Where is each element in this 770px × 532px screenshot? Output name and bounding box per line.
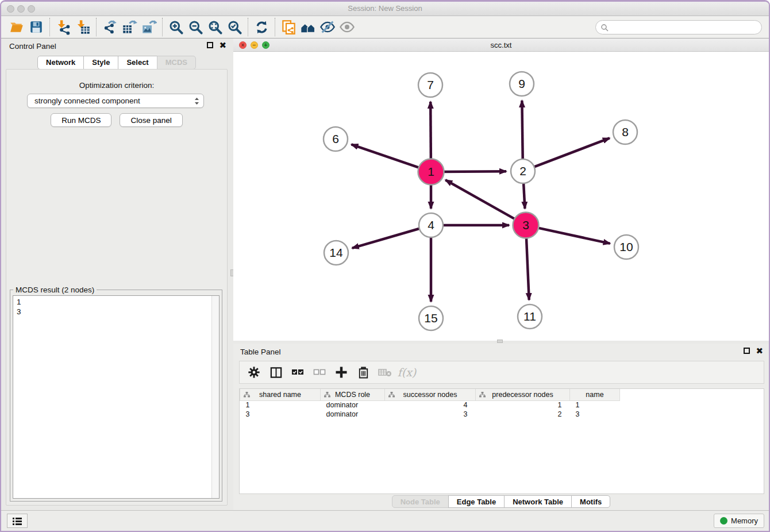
tab-network[interactable]: Network: [37, 56, 84, 70]
network-window-titlebar: × − + scc.txt: [233, 38, 769, 52]
node-label-4: 4: [428, 218, 434, 232]
optimization-label: Optimization criterion:: [6, 81, 227, 90]
edge-2-8[interactable]: [532, 138, 610, 168]
float-table-panel-icon[interactable]: [744, 348, 750, 354]
edge-3-11[interactable]: [526, 235, 529, 300]
column-header-shared-name[interactable]: shared name: [240, 389, 321, 400]
node-table: shared nameMCDS rolesuccessor nodesprede…: [239, 388, 764, 494]
table-cell[interactable]: 1: [240, 400, 321, 410]
search-icon: [600, 24, 609, 32]
add-column-icon[interactable]: [332, 363, 351, 381]
mcds-result-title: MCDS result (2 nodes): [13, 286, 97, 294]
edge-3-1[interactable]: [445, 180, 517, 220]
node-label-2: 2: [519, 164, 526, 178]
status-bar: Memory: [1, 510, 769, 531]
network-window-title: scc.txt: [233, 41, 769, 49]
zoom-selected-icon[interactable]: [225, 18, 244, 36]
table-cell[interactable]: 3: [570, 410, 620, 419]
column-header-successor-nodes[interactable]: successor nodes: [385, 389, 476, 400]
table-settings-icon[interactable]: [244, 363, 264, 381]
export-network-icon[interactable]: [100, 18, 120, 36]
tab-mcds[interactable]: MCDS: [157, 56, 196, 70]
open-file-icon[interactable]: [7, 18, 26, 36]
node-label-1: 1: [428, 165, 434, 178]
edge-2-3[interactable]: [523, 181, 525, 209]
select-all-checkboxes-icon[interactable]: [288, 363, 307, 381]
column-header-name[interactable]: name: [570, 389, 620, 400]
toolbar-separator: [96, 18, 97, 36]
optimization-select[interactable]: strongly connected component: [27, 94, 204, 108]
network-graph[interactable]: 7968124314101511: [233, 52, 769, 339]
select-stepper-icon: [194, 97, 200, 106]
control-panel-header: Control Panel ✖: [1, 38, 232, 55]
tab-select[interactable]: Select: [118, 56, 157, 70]
column-layout-icon[interactable]: [266, 363, 286, 381]
result-scrollbar[interactable]: [211, 296, 219, 498]
run-mcds-button[interactable]: Run MCDS: [51, 113, 111, 127]
table-panel-header: Table Panel ✖: [233, 344, 769, 358]
table-cell[interactable]: 2: [476, 410, 570, 419]
tab-node-table[interactable]: Node Table: [392, 495, 449, 508]
export-image-icon[interactable]: [139, 18, 159, 36]
edge-1-6[interactable]: [351, 144, 421, 168]
edge-4-14[interactable]: [352, 228, 422, 248]
close-panel-button[interactable]: Close panel: [120, 113, 182, 127]
table-cell[interactable]: dominator: [321, 400, 385, 410]
mcds-panel: Optimization criterion: strongly connect…: [6, 69, 228, 506]
edge-2-9[interactable]: [522, 101, 522, 161]
edge-1-7[interactable]: [430, 102, 431, 162]
zoom-out-icon[interactable]: [186, 18, 205, 36]
deselect-all-checkboxes-icon[interactable]: [310, 363, 329, 381]
table-cell[interactable]: 3: [240, 410, 321, 419]
refresh-icon[interactable]: [252, 18, 271, 36]
tab-edge-table[interactable]: Edge Table: [448, 495, 505, 508]
zoom-fit-icon[interactable]: [205, 18, 225, 36]
toolbar-separator: [248, 18, 248, 36]
table-cell[interactable]: 1: [476, 400, 570, 410]
edge-3-10[interactable]: [536, 228, 610, 244]
table-cell[interactable]: 3: [385, 410, 476, 419]
network-area: × − + scc.txt 7968124314101511: [233, 38, 769, 510]
network-canvas[interactable]: 7968124314101511: [233, 52, 769, 339]
first-neighbors-icon[interactable]: [298, 18, 318, 36]
tab-motifs[interactable]: Motifs: [571, 495, 610, 508]
task-history-button[interactable]: [7, 514, 28, 528]
application-window: Session: New Session: [0, 0, 770, 532]
node-label-11: 11: [523, 310, 536, 323]
toolbar-separator: [162, 18, 163, 36]
hide-selected-icon[interactable]: [318, 18, 337, 36]
function-builder-icon: f(x): [397, 363, 417, 381]
table-cell[interactable]: dominator: [321, 410, 385, 419]
close-panel-icon[interactable]: ✖: [219, 42, 226, 48]
table-cell[interactable]: 1: [570, 400, 620, 410]
delete-column-icon[interactable]: [353, 363, 373, 381]
node-label-8: 8: [622, 125, 629, 138]
table-cell[interactable]: 4: [385, 400, 476, 410]
control-panel: Control Panel ✖ NetworkStyleSelectMCDS O…: [1, 38, 232, 510]
table-panel-title: Table Panel: [240, 348, 281, 356]
clone-network-icon[interactable]: [279, 18, 298, 36]
memory-button[interactable]: Memory: [714, 514, 764, 528]
delete-table-icon: [375, 363, 395, 381]
import-table-icon[interactable]: [73, 18, 93, 36]
table-row[interactable]: 3dominator323: [240, 410, 620, 419]
tab-network-table[interactable]: Network Table: [504, 495, 572, 508]
show-all-icon: [337, 18, 357, 36]
edge-1-2[interactable]: [441, 171, 506, 172]
float-panel-icon[interactable]: [207, 42, 213, 48]
column-header-predecessor-nodes[interactable]: predecessor nodes: [476, 389, 570, 400]
search-field[interactable]: [595, 20, 762, 34]
close-table-panel-icon[interactable]: ✖: [756, 348, 763, 354]
tab-style[interactable]: Style: [83, 56, 118, 70]
zoom-in-icon[interactable]: [166, 18, 186, 36]
export-table-icon[interactable]: [120, 18, 139, 36]
control-panel-tabs: NetworkStyleSelectMCDS: [1, 56, 232, 70]
window-resize-grip[interactable]: [497, 340, 503, 343]
import-network-icon[interactable]: [53, 18, 73, 36]
search-input[interactable]: [611, 23, 761, 32]
save-session-icon[interactable]: [26, 18, 46, 36]
node-label-10: 10: [619, 240, 633, 253]
memory-label: Memory: [731, 516, 758, 525]
column-header-MCDS-role[interactable]: MCDS role: [321, 389, 385, 400]
table-row[interactable]: 1dominator411: [240, 400, 620, 410]
